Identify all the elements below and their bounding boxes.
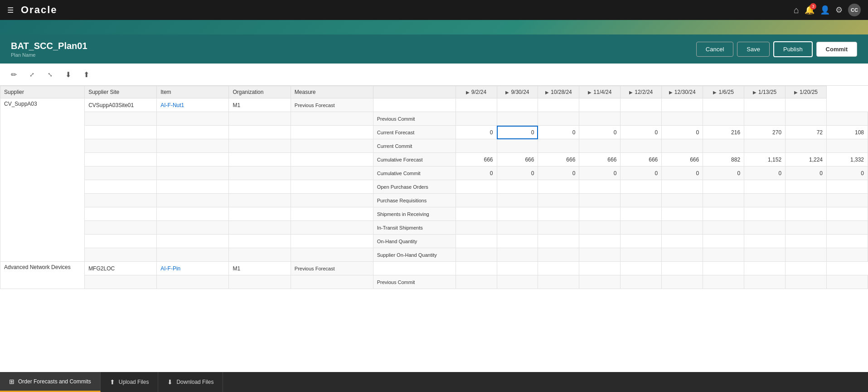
cell-value-date-3[interactable] — [538, 98, 579, 112]
cell-value-date-5[interactable] — [662, 275, 703, 289]
date-chevron-2[interactable]: ▶ — [545, 90, 549, 95]
cell-value-date-9[interactable] — [827, 180, 868, 194]
cell-value-date-5[interactable] — [662, 207, 703, 221]
cell-value-date-7[interactable]: 0 — [744, 167, 786, 180]
cell-value-date-4[interactable]: 0 — [621, 167, 662, 180]
cell-item[interactable]: AI-F-Pin — [157, 262, 229, 275]
cell-item[interactable] — [229, 167, 291, 180]
cell-value-date-3[interactable] — [579, 248, 621, 262]
cell-value-first[interactable] — [456, 235, 497, 248]
footer-tab-order-forecasts[interactable]: ⊞ Order Forecasts and Commits — [0, 372, 101, 392]
cell-value-date-8[interactable] — [786, 248, 827, 262]
cell-value-date-7[interactable] — [744, 180, 786, 194]
date-chevron-5[interactable]: ▶ — [669, 90, 673, 95]
cell-value-date-4[interactable] — [621, 248, 662, 262]
date-chevron-4[interactable]: ▶ — [629, 90, 633, 95]
cell-value-date-9[interactable]: 1,332 — [827, 153, 868, 167]
cell-value-date-2[interactable] — [538, 248, 579, 262]
cell-value-date-1[interactable] — [497, 139, 538, 153]
cell-value-date-3[interactable] — [579, 275, 621, 289]
cell-value-date-4[interactable] — [621, 207, 662, 221]
cell-value-date-7[interactable] — [744, 248, 786, 262]
cell-value-date-8[interactable]: 72 — [786, 126, 827, 139]
cell-value-date-8[interactable] — [744, 262, 786, 275]
cell-value-date-6[interactable] — [703, 139, 744, 153]
cell-value-date-9[interactable] — [827, 207, 868, 221]
cell-value-date-6[interactable] — [703, 248, 744, 262]
cell-value-date-1[interactable] — [456, 98, 497, 112]
cell-value-date-1[interactable] — [497, 207, 538, 221]
cell-value-first[interactable] — [456, 194, 497, 207]
cell-value-date-2[interactable] — [538, 112, 579, 126]
cell-value-first[interactable] — [373, 98, 456, 112]
cell-value-date-1[interactable] — [497, 112, 538, 126]
cell-value-date-4[interactable] — [621, 194, 662, 207]
cell-value-date-8[interactable]: 1,224 — [786, 153, 827, 167]
cell-value-date-4[interactable] — [621, 275, 662, 289]
cell-value-date-4[interactable] — [621, 235, 662, 248]
cell-value-date-1[interactable]: 0 — [497, 126, 538, 139]
cell-value-date-9[interactable] — [786, 262, 827, 275]
date-chevron-1[interactable]: ▶ — [505, 90, 509, 95]
cell-item[interactable] — [229, 180, 291, 194]
cell-value-first[interactable] — [456, 112, 497, 126]
cell-item[interactable] — [229, 153, 291, 167]
publish-button[interactable]: Publish — [773, 41, 813, 57]
cell-value-date-5[interactable] — [662, 112, 703, 126]
save-button[interactable]: Save — [737, 42, 770, 57]
cell-value-date-2[interactable] — [538, 180, 579, 194]
cell-value-date-1[interactable]: 0 — [497, 167, 538, 180]
cell-value-date-8[interactable] — [786, 180, 827, 194]
cell-value-first[interactable] — [373, 262, 456, 275]
cell-value-date-8[interactable] — [786, 112, 827, 126]
date-chevron-7[interactable]: ▶ — [753, 90, 756, 95]
cell-value-first[interactable] — [456, 221, 497, 235]
cell-value-date-8[interactable] — [786, 194, 827, 207]
cell-value-date-2[interactable]: 0 — [538, 126, 579, 139]
cell-value-date-4[interactable] — [579, 98, 621, 112]
cell-value-date-2[interactable] — [497, 262, 538, 275]
cell-value-first[interactable]: 666 — [456, 153, 497, 167]
cell-value-date-1[interactable] — [497, 275, 538, 289]
cell-item[interactable] — [229, 112, 291, 126]
commit-button[interactable]: Commit — [816, 42, 857, 57]
cell-value-date-9[interactable] — [827, 248, 868, 262]
cell-value-first[interactable] — [456, 139, 497, 153]
cell-value-date-4[interactable] — [621, 221, 662, 235]
cell-value-date-2[interactable]: 666 — [538, 153, 579, 167]
cell-value-date-5[interactable] — [662, 221, 703, 235]
collapse-icon[interactable]: ⤡ — [44, 68, 56, 81]
cell-value-first[interactable] — [456, 248, 497, 262]
cell-value-date-1[interactable] — [497, 194, 538, 207]
cell-value-date-4[interactable] — [621, 139, 662, 153]
cell-value-date-2[interactable] — [538, 194, 579, 207]
cell-item[interactable] — [229, 194, 291, 207]
cell-value-date-8[interactable] — [786, 139, 827, 153]
edit-icon[interactable]: ✏ — [7, 68, 20, 81]
cell-value-first[interactable] — [456, 180, 497, 194]
cell-value-date-6[interactable] — [703, 221, 744, 235]
cell-item[interactable] — [229, 275, 291, 289]
user-icon[interactable]: 👤 — [820, 5, 830, 15]
cell-value-date-3[interactable] — [579, 207, 621, 221]
cell-value-date-1[interactable] — [456, 262, 497, 275]
download-icon[interactable]: ⬇ — [62, 68, 74, 81]
cell-value-date-3[interactable]: 0 — [579, 167, 621, 180]
cell-value-date-3[interactable] — [579, 180, 621, 194]
cell-value-date-9[interactable] — [827, 112, 868, 126]
cell-item[interactable]: AI-F-Nut1 — [157, 98, 229, 112]
cell-value-date-1[interactable] — [497, 248, 538, 262]
date-chevron-3[interactable]: ▶ — [588, 90, 592, 95]
cell-value-date-6[interactable] — [662, 262, 703, 275]
cell-value-date-2[interactable] — [538, 207, 579, 221]
cell-value-date-6[interactable] — [703, 275, 744, 289]
cell-value-date-3[interactable] — [579, 139, 621, 153]
cell-value-date-2[interactable] — [538, 221, 579, 235]
footer-tab-download[interactable]: ⬇ Download Files — [158, 372, 223, 392]
cell-value-date-3[interactable] — [538, 262, 579, 275]
cell-value-date-5[interactable] — [662, 194, 703, 207]
cell-value-date-5[interactable]: 666 — [662, 153, 703, 167]
cell-value-date-6[interactable] — [703, 235, 744, 248]
cell-item[interactable] — [229, 235, 291, 248]
cell-value-date-9[interactable] — [827, 194, 868, 207]
